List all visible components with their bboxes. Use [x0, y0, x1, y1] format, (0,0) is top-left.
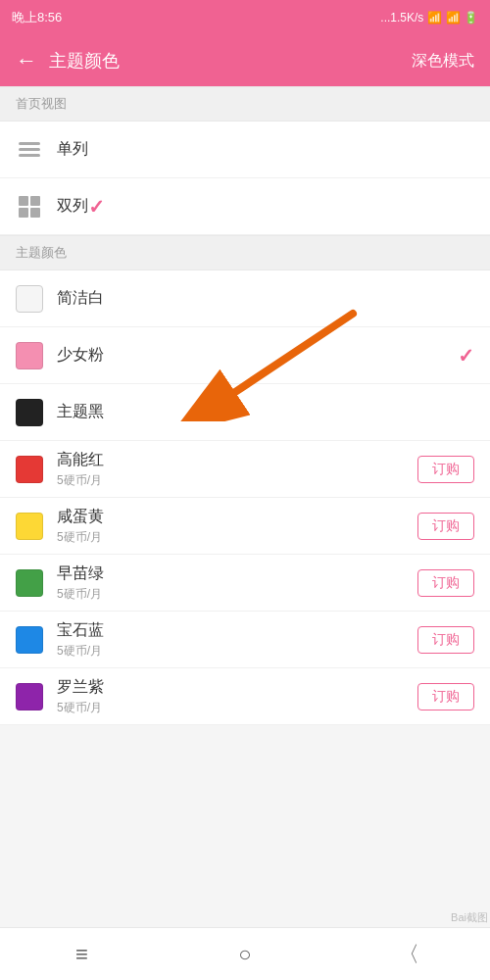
color-blue-name: 宝石蓝 [57, 620, 417, 641]
color-swatch-blue [16, 626, 43, 654]
list-item-blue[interactable]: 宝石蓝 5硬币/月 订购 [0, 612, 490, 668]
double-column-label: 双列 [57, 196, 88, 217]
network-speed: ...1.5K/s [380, 11, 423, 24]
color-yellow-sub: 5硬币/月 [57, 529, 417, 546]
color-purple-text: 罗兰紫 5硬币/月 [57, 677, 417, 716]
color-purple-name: 罗兰紫 [57, 677, 417, 698]
color-swatch-purple [16, 683, 43, 710]
color-swatch-pink [16, 342, 43, 369]
purchase-blue-button[interactable]: 订购 [417, 626, 474, 654]
back-nav-icon: 〈 [398, 940, 419, 969]
list-item-pink[interactable]: 少女粉 ✓ [0, 327, 490, 384]
color-black-text: 主题黑 [57, 402, 474, 422]
section-home-view: 首页视图 [0, 86, 490, 122]
color-red-text: 高能红 5硬币/月 [57, 450, 417, 489]
navigation-bar: ≡ ○ 〈 [0, 927, 490, 980]
list-item-green[interactable]: 早苗绿 5硬币/月 订购 [0, 555, 490, 612]
status-time: 晚上8:56 [12, 9, 62, 26]
color-swatch-black [16, 399, 43, 426]
nav-home-button[interactable]: ○ [225, 935, 265, 974]
color-black-name: 主题黑 [57, 402, 474, 422]
purchase-green-button[interactable]: 订购 [417, 569, 474, 597]
single-column-label: 单列 [57, 139, 88, 160]
color-swatch-green [16, 569, 43, 597]
list-item-single[interactable]: 单列 [0, 122, 490, 178]
dark-mode-button[interactable]: 深色模式 [412, 51, 474, 72]
double-column-icon [16, 193, 43, 220]
list-item-red[interactable]: 高能红 5硬币/月 订购 [0, 441, 490, 498]
page-title: 主题颜色 [49, 49, 120, 73]
color-pink-name: 少女粉 [57, 345, 458, 366]
color-pink-check: ✓ [458, 344, 474, 368]
list-item-purple[interactable]: 罗兰紫 5硬币/月 订购 [0, 668, 490, 725]
list-item-double[interactable]: 双列 ✓ [0, 178, 490, 235]
purchase-yellow-button[interactable]: 订购 [417, 513, 474, 540]
color-white-text: 简洁白 [57, 288, 474, 309]
color-green-text: 早苗绿 5硬币/月 [57, 564, 417, 603]
nav-menu-button[interactable]: ≡ [62, 935, 101, 974]
color-yellow-text: 咸蛋黄 5硬币/月 [57, 507, 417, 546]
color-blue-text: 宝石蓝 5硬币/月 [57, 620, 417, 660]
menu-icon: ≡ [75, 942, 88, 967]
color-blue-sub: 5硬币/月 [57, 643, 417, 660]
purchase-red-button[interactable]: 订购 [417, 456, 474, 483]
color-swatch-yellow [16, 513, 43, 540]
color-red-sub: 5硬币/月 [57, 472, 417, 489]
home-icon: ○ [238, 942, 251, 967]
double-column-check: ✓ [88, 195, 105, 219]
color-green-name: 早苗绿 [57, 564, 417, 584]
color-pink-text: 少女粉 [57, 345, 458, 366]
list-item-white[interactable]: 简洁白 [0, 270, 490, 327]
color-white-name: 简洁白 [57, 288, 474, 309]
section-theme-color: 主题颜色 [0, 235, 490, 270]
status-right: ...1.5K/s 📶 📶 🔋 [380, 11, 478, 24]
color-red-name: 高能红 [57, 450, 417, 470]
app-header: ← 主题颜色 深色模式 [0, 35, 490, 86]
color-green-sub: 5硬币/月 [57, 586, 417, 603]
color-swatch-white [16, 285, 43, 313]
signal-icons: 📶 📶 🔋 [427, 11, 478, 24]
single-column-icon [16, 136, 43, 164]
back-button[interactable]: ← [16, 48, 37, 74]
watermark: Bai截图 [451, 910, 488, 925]
purchase-purple-button[interactable]: 订购 [417, 683, 474, 710]
list-item-yellow[interactable]: 咸蛋黄 5硬币/月 订购 [0, 498, 490, 555]
list-item-black[interactable]: 主题黑 [0, 384, 490, 441]
color-swatch-red [16, 456, 43, 483]
color-purple-sub: 5硬币/月 [57, 700, 417, 716]
nav-back-button[interactable]: 〈 [389, 935, 428, 974]
color-yellow-name: 咸蛋黄 [57, 507, 417, 527]
status-bar: 晚上8:56 ...1.5K/s 📶 📶 🔋 [0, 0, 490, 35]
header-left: ← 主题颜色 [16, 48, 120, 74]
